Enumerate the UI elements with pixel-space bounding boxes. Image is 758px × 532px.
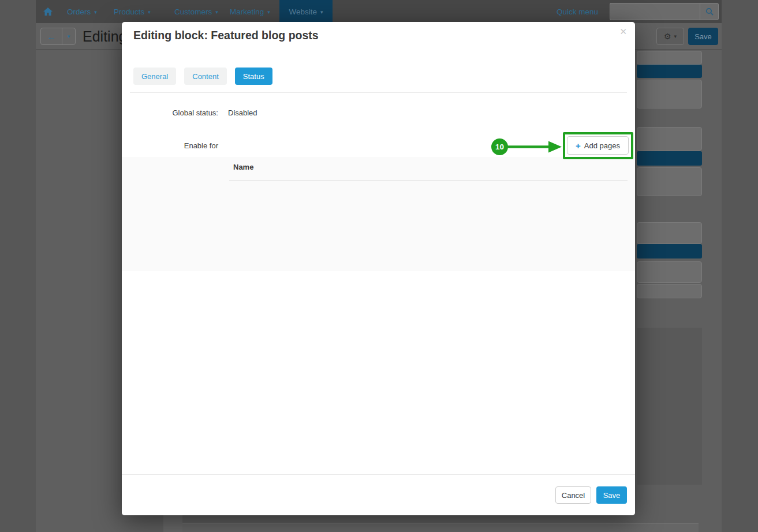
- nav-item-products[interactable]: Products ▾: [114, 0, 151, 23]
- nav-item-website[interactable]: Website ▾: [279, 0, 333, 23]
- back-arrow-icon: ←: [47, 32, 56, 42]
- nav-item-label: Marketing: [230, 8, 264, 16]
- nav-item-label: Products: [114, 8, 144, 16]
- back-button[interactable]: ←: [41, 28, 62, 44]
- tabs-divider: [130, 92, 627, 93]
- dimmed-panel: [637, 328, 702, 485]
- home-button[interactable]: [38, 0, 58, 23]
- annotation-step-badge: 10: [491, 138, 508, 155]
- annotation-highlight-box: [563, 132, 633, 159]
- dimmed-panel: [637, 80, 702, 108]
- dimmed-panel: [182, 523, 699, 532]
- nav-item-customers[interactable]: Customers ▾: [174, 0, 218, 23]
- dimmed-panel: [163, 515, 182, 532]
- search-input[interactable]: [610, 3, 700, 20]
- pages-table: Name: [122, 157, 635, 271]
- quick-menu-label: Quick menu: [557, 8, 598, 16]
- back-dropdown-button[interactable]: ▾: [62, 28, 75, 44]
- top-navbar: Orders ▾ Products ▾ Customers ▾ Marketin…: [36, 0, 722, 23]
- chevron-down-icon: ▾: [215, 9, 218, 15]
- enable-for-label: Enable for: [122, 141, 218, 150]
- modal-tabs: General Content Status: [133, 68, 272, 85]
- table-header-divider: [229, 180, 628, 181]
- tab-general[interactable]: General: [133, 68, 176, 85]
- nav-item-label: Customers: [174, 8, 212, 16]
- dimmed-panel: [637, 127, 702, 151]
- chevron-down-icon: ▾: [267, 9, 270, 15]
- dimmed-panel-bar: [637, 65, 702, 78]
- dimmed-panel: [637, 284, 702, 298]
- global-status-value: Disabled: [228, 108, 257, 117]
- dimmed-panel: [637, 51, 702, 65]
- back-split-button: ← ▾: [40, 28, 76, 45]
- chevron-down-icon: ▾: [148, 9, 151, 15]
- gear-icon: ⚙: [664, 32, 671, 41]
- tab-status[interactable]: Status: [235, 68, 272, 85]
- search-button[interactable]: [700, 3, 719, 20]
- chevron-down-icon: ▾: [320, 9, 323, 15]
- nav-item-label: Website: [289, 8, 317, 16]
- tab-content[interactable]: Content: [184, 68, 227, 85]
- home-icon: [43, 8, 53, 16]
- chevron-down-icon: ▾: [94, 9, 97, 15]
- page-save-button[interactable]: Save: [688, 28, 718, 45]
- save-button[interactable]: Save: [596, 486, 627, 504]
- settings-button[interactable]: ⚙ ▾: [656, 28, 684, 45]
- dimmed-panel-bar: [637, 151, 702, 166]
- global-status-label: Global status:: [122, 108, 218, 117]
- dimmed-panel: [637, 261, 702, 283]
- dimmed-panel: [637, 167, 702, 196]
- nav-item-orders[interactable]: Orders ▾: [67, 0, 97, 23]
- dimmed-panel: [637, 222, 702, 244]
- chevron-down-icon: ▾: [674, 33, 677, 39]
- dimmed-panel-bar: [637, 244, 702, 258]
- screen: Orders ▾ Products ▾ Customers ▾ Marketin…: [0, 0, 758, 532]
- chevron-down-icon: ▾: [68, 33, 70, 39]
- annotation-arrow-icon: [507, 141, 562, 153]
- search-icon: [705, 8, 714, 16]
- nav-item-marketing[interactable]: Marketing ▾: [230, 0, 270, 23]
- modal-title: Editing block: Featured blog posts: [133, 29, 319, 42]
- navbar-search: [610, 3, 719, 20]
- table-column-name: Name: [233, 163, 253, 171]
- editing-block-modal: Editing block: Featured blog posts ✕ Gen…: [122, 22, 635, 515]
- close-icon[interactable]: ✕: [618, 25, 629, 39]
- cancel-button[interactable]: Cancel: [555, 486, 591, 504]
- quick-menu-link[interactable]: Quick menu: [557, 0, 598, 23]
- nav-item-label: Orders: [67, 8, 91, 16]
- modal-footer: Cancel Save: [122, 474, 635, 515]
